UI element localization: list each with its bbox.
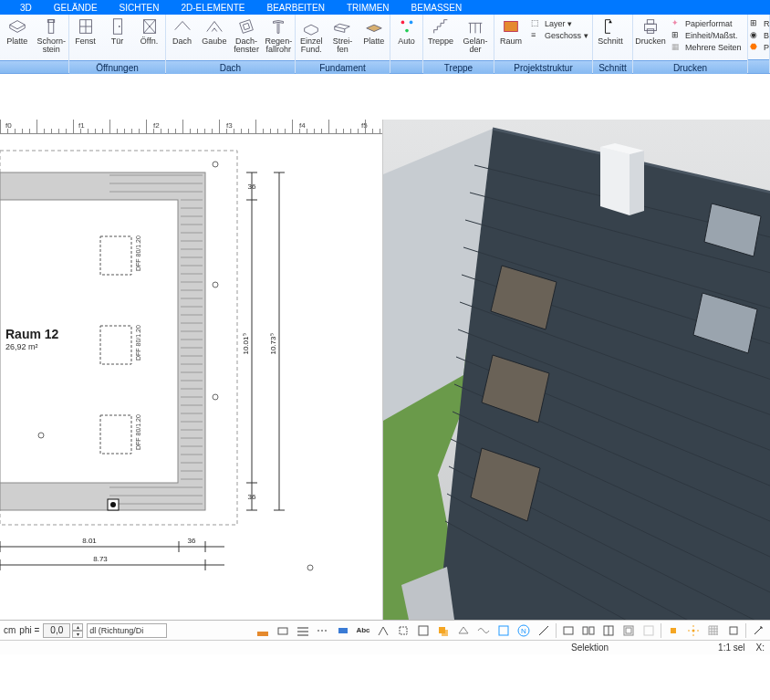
tool-oeffnung[interactable]: Öffn.	[133, 16, 165, 60]
tab-trimmen[interactable]: TRIMMEN	[347, 3, 390, 13]
tab-bemassen[interactable]: BEMASSEN	[411, 3, 463, 13]
submenu-papierformat[interactable]: ✦Papierformat	[671, 18, 742, 29]
submenu-layer[interactable]: ⬚Layer▾	[531, 18, 588, 29]
tb-icon-7[interactable]	[395, 622, 411, 639]
tb-icon-22[interactable]	[725, 622, 742, 639]
tb-icon-8[interactable]	[415, 622, 432, 639]
tb-icon-12[interactable]	[495, 622, 512, 639]
svg-rect-164	[730, 627, 737, 634]
submenu-geschoss[interactable]: ≡Geschoss▾	[531, 30, 588, 41]
tb-icon-9[interactable]	[435, 622, 452, 639]
tb-icon-10[interactable]	[455, 622, 472, 639]
tool-raum[interactable]: Raum	[494, 16, 527, 60]
tb-icon-5[interactable]	[335, 622, 351, 639]
tool-gelaender[interactable]: Gelän- der	[458, 16, 493, 60]
tool-drucken[interactable]: Drucken	[633, 16, 668, 60]
unit-label: cm	[4, 625, 16, 635]
svg-point-71	[213, 394, 218, 400]
svg-point-75	[110, 502, 116, 507]
spin-down[interactable]: ▾	[72, 631, 83, 638]
tb-icon-19[interactable]	[665, 622, 682, 639]
phi-value[interactable]: 0,0	[43, 623, 70, 638]
dormer-icon	[204, 16, 224, 37]
chevron-down-icon: ▾	[584, 31, 588, 40]
tab-bearbeiten[interactable]: BEARBEITEN	[267, 3, 325, 13]
tb-icon-13[interactable]	[536, 622, 552, 639]
submenu-p[interactable]: ⬣P	[750, 42, 770, 53]
svg-text:36: 36	[248, 493, 256, 501]
tb-icon-23[interactable]	[750, 622, 766, 639]
plan-view[interactable]: f0 f1 f2 f3 f4 f5	[0, 120, 383, 620]
tb-icon-20[interactable]	[685, 622, 702, 639]
svg-marker-119	[600, 147, 630, 215]
tool-auto[interactable]: Auto	[390, 16, 422, 60]
submenu-einheit[interactable]: ⊞Einheit/Maßst.	[671, 30, 742, 41]
tb-icon-3[interactable]	[295, 622, 311, 639]
tool-streifenfundament[interactable]: Strei- fen	[327, 16, 358, 60]
svg-rect-15	[505, 22, 518, 32]
direction-combo[interactable]: dl (Richtung/Di	[87, 623, 167, 638]
group-title-dach: Dach	[166, 60, 295, 74]
tb-icon-17[interactable]	[620, 622, 637, 639]
tool-einzelfundament[interactable]: Einzel Fund.	[296, 16, 327, 60]
ribbon: Platte Schorn- stein Fenst Tür Öffn.	[0, 15, 770, 74]
tb-icon-11[interactable]	[475, 622, 492, 639]
tool-gaube[interactable]: Gaube	[198, 16, 230, 60]
submenu-mehrere-seiten[interactable]: ▦Mehrere Seiten	[671, 42, 742, 53]
svg-rect-139	[499, 626, 508, 635]
svg-rect-149	[644, 626, 653, 635]
tool-schornstein[interactable]: Schorn- stein	[35, 16, 69, 60]
ratio-label: 1:1 sel	[718, 643, 744, 653]
tab-3d[interactable]: 3D	[20, 3, 32, 13]
tab-sichten[interactable]: SICHTEN	[120, 3, 160, 13]
svg-text:DFF 80/1.20: DFF 80/1.20	[135, 414, 141, 450]
svg-rect-138	[442, 630, 448, 636]
tool-schnitt[interactable]: Schnitt	[593, 16, 628, 60]
tb-icon-14[interactable]	[560, 622, 577, 639]
phi-spinner[interactable]: 0,0 ▴▾	[43, 623, 83, 638]
group-title-drucken: Drucken	[633, 60, 747, 74]
tb-icon-16[interactable]	[600, 622, 617, 639]
door-icon	[108, 16, 128, 37]
svg-text:10.01⁵: 10.01⁵	[242, 333, 250, 354]
svg-marker-120	[630, 151, 644, 215]
tb-icon-21[interactable]	[705, 622, 722, 639]
tool-fenster[interactable]: Fenst	[69, 16, 101, 60]
tb-icon-18[interactable]	[640, 622, 657, 639]
tool-regenfallrohr[interactable]: Regen- fallrohr	[263, 16, 295, 60]
tb-icon-abc[interactable]: Abc	[355, 622, 371, 639]
3d-view[interactable]	[383, 120, 770, 620]
tb-icon-n[interactable]: N	[515, 622, 532, 639]
printer-icon	[640, 16, 661, 37]
tool-dach[interactable]: Dach	[166, 16, 198, 60]
svg-point-8	[401, 21, 404, 25]
tb-icon-2[interactable]	[275, 622, 291, 639]
downpipe-icon	[268, 16, 288, 37]
railing-icon	[465, 16, 485, 37]
tb-icon-1[interactable]	[255, 622, 271, 639]
tool-platte[interactable]: Platte	[0, 16, 35, 60]
tool-plattenfundament[interactable]: Platte	[359, 16, 390, 60]
submenu-b[interactable]: ◉B	[750, 30, 770, 41]
pin-icon: ⬣	[750, 42, 761, 53]
spin-up[interactable]: ▴	[72, 623, 83, 631]
submenu-r[interactable]: ⊞R	[750, 18, 770, 29]
roof-icon	[172, 16, 192, 37]
plan-drawing: DFF 80/1.20 DFF 80/1.20 DFF 80/1.20 Raum…	[0, 134, 383, 620]
slab-icon	[7, 16, 27, 37]
svg-rect-0	[49, 20, 55, 34]
svg-rect-65	[100, 415, 131, 454]
tool-dachfenster[interactable]: Dach- fenster	[231, 16, 263, 60]
tb-icon-4[interactable]	[315, 622, 331, 639]
section-icon	[600, 16, 620, 37]
tb-icon-6[interactable]	[375, 622, 391, 639]
tool-tuer[interactable]: Tür	[101, 16, 133, 60]
svg-point-6	[118, 26, 120, 27]
opening-icon	[140, 16, 160, 37]
tb-icon-15[interactable]	[580, 622, 597, 639]
group-title-fundament: Fundament	[296, 60, 390, 74]
tab-gelaende[interactable]: GELÄNDE	[54, 3, 98, 13]
tab-2d-elemente[interactable]: 2D-ELEMENTE	[182, 3, 245, 13]
tool-treppe[interactable]: Treppe	[423, 16, 458, 60]
skylight-icon	[236, 16, 256, 37]
